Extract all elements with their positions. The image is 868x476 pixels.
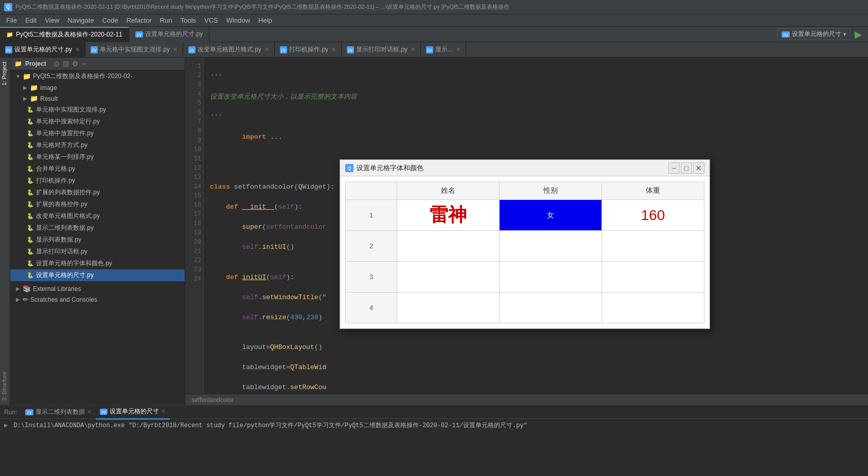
menu-run[interactable]: Run: [156, 15, 176, 25]
cell-name-1[interactable]: 雷神: [397, 200, 500, 231]
file-tab-2[interactable]: py 改变单元格图片格式.py ✕: [183, 42, 275, 57]
file-tab-close-2[interactable]: ✕: [264, 46, 269, 53]
tree-file-icon-14: 🐍: [27, 272, 34, 279]
tree-file-label-1: 单元格中搜索特定行.py: [36, 117, 100, 126]
menu-help[interactable]: Help: [254, 15, 276, 25]
structure-panel-label[interactable]: 2: Structure: [0, 368, 10, 405]
sidebar-scope-btn[interactable]: ⊙: [54, 60, 60, 68]
sidebar-title: Project: [25, 60, 46, 67]
project-tab-main[interactable]: 📁 PyQt5二维数据及表格操作-2020-02-11: [0, 27, 129, 42]
tree-file-icon-1: 🐍: [27, 118, 34, 125]
run-config-arrow-icon: ▾: [843, 31, 846, 37]
run-tab-close-1[interactable]: ✕: [161, 408, 166, 415]
row-num-3: 3: [346, 262, 397, 292]
cell-name-3[interactable]: [397, 262, 500, 292]
sidebar-close-btn[interactable]: −: [82, 60, 86, 68]
cell-weight-3[interactable]: [602, 262, 704, 292]
tree-scratches[interactable]: ▶ ✏ Scratches and Consoles: [10, 294, 185, 305]
project-panel-label[interactable]: 1: Project: [0, 58, 10, 89]
menu-vcs[interactable]: VCS: [200, 15, 222, 25]
run-tab-close-0[interactable]: ✕: [87, 409, 92, 415]
menu-window[interactable]: Window: [222, 15, 254, 25]
tree-file-8[interactable]: 🐍 扩展的表格控件.py: [10, 198, 185, 210]
dialog-close-btn[interactable]: ✕: [693, 162, 704, 174]
file-tab-3[interactable]: py 打印机操作.py ✕: [275, 42, 342, 57]
row-num-4: 4: [346, 292, 397, 323]
cell-weight-4[interactable]: [602, 292, 704, 323]
tree-file-7[interactable]: 🐍 扩展的列表数据控件.py: [10, 187, 185, 198]
tree-file-label-4: 单元格某一列排序.py: [36, 153, 94, 161]
run-button[interactable]: ▶: [853, 29, 864, 40]
tree-ext-arrow: ▶: [14, 285, 22, 292]
cell-name-4[interactable]: [397, 292, 500, 323]
tree-item-result[interactable]: ▶ 📁 Result: [10, 93, 185, 104]
table-header-weight: 体重: [602, 182, 704, 200]
menu-navigate[interactable]: Navigate: [63, 15, 98, 25]
file-tab-0[interactable]: py 设置单元格的尺寸.py ✕: [0, 42, 85, 57]
window-title: PyQt5二维数据及表格操作-2020-02-11 [D:\Byrbt2018\…: [15, 3, 509, 11]
cell-name-2[interactable]: [397, 231, 500, 262]
file-tab-close-1[interactable]: ✕: [173, 46, 178, 53]
file-tab-5[interactable]: py 显示... ✕: [421, 42, 466, 57]
tree-file-label-5: 合并单元格.py: [36, 164, 75, 173]
tree-file-13[interactable]: 🐍 设置单元格的字体和颜色.py: [10, 258, 185, 269]
sidebar-collapse-btn[interactable]: ⊟: [63, 60, 69, 68]
file-tab-close-0[interactable]: ✕: [75, 46, 80, 53]
file-tab-close-4[interactable]: ✕: [411, 46, 415, 53]
table-row-1: 1 雷神 女 160: [346, 200, 704, 231]
tree-root-label: PyQt5二维数据及表格操作-2020-02-: [33, 72, 132, 81]
tree-file-5[interactable]: 🐍 合并单元格.py: [10, 163, 185, 175]
dialog-minimize-btn[interactable]: −: [668, 162, 680, 174]
run-config-button[interactable]: py 设置单元格的尺寸 ▾: [777, 28, 851, 40]
menu-code[interactable]: Code: [98, 15, 122, 25]
menu-tools[interactable]: Tools: [176, 15, 200, 25]
tree-external-libs[interactable]: ▶ 📚 External Libraries: [10, 283, 185, 294]
tree-file-6[interactable]: 🐍 打印机操作.py: [10, 175, 185, 187]
cell-gender-3[interactable]: [500, 262, 602, 292]
tree-file-10[interactable]: 🐍 显示二维列表数据.py: [10, 222, 185, 234]
tree-file-1[interactable]: 🐍 单元格中搜索特定行.py: [10, 116, 185, 127]
run-tab-icon-0: py: [25, 409, 33, 415]
cell-gender-2[interactable]: [500, 231, 602, 262]
run-tab-0[interactable]: py 显示二维列表数据 ✕: [21, 405, 96, 419]
tree-ext-label: External Libraries: [33, 285, 81, 292]
file-tab-close-3[interactable]: ✕: [331, 46, 336, 53]
file-tab-close-5[interactable]: ✕: [456, 46, 460, 53]
tree-file-4[interactable]: 🐍 单元格某一列排序.py: [10, 151, 185, 163]
dialog-body: 姓名 性别 体重 1 雷神 女 160 2: [340, 176, 710, 328]
menu-bar: File Edit View Navigate Code Refactor Ru…: [0, 14, 868, 27]
tree-image-label: image: [40, 84, 57, 91]
dialog-maximize-btn[interactable]: □: [681, 162, 692, 174]
tree-item-image[interactable]: ▶ 📁 image: [10, 82, 185, 93]
sidebar-settings-btn[interactable]: ⚙: [72, 60, 79, 68]
menu-file[interactable]: File: [2, 15, 21, 25]
tree-file-icon-0: 🐍: [27, 106, 34, 113]
menu-refactor[interactable]: Refactor: [122, 15, 156, 25]
tree-image-folder-icon: 📁: [30, 84, 38, 91]
tree-file-14[interactable]: 🐍 设置单元格的尺寸.py: [10, 269, 185, 281]
tree-file-icon-6: 🐍: [27, 177, 34, 184]
tree-file-11[interactable]: 🐍 显示列表数据.py: [10, 234, 185, 246]
tree-file-12[interactable]: 🐍 显示打印对话框.py: [10, 246, 185, 258]
run-tab-icon-1: py: [100, 409, 108, 415]
run-tab-1[interactable]: py 设置单元格的尺寸 ✕: [96, 405, 170, 419]
tree-file-3[interactable]: 🐍 单元格对齐方式.py: [10, 139, 185, 151]
dialog-titlebar: Q 设置单元格字体和颜色 − □ ✕: [340, 160, 710, 176]
cell-weight-1[interactable]: 160: [602, 200, 704, 231]
cell-gender-1[interactable]: 女: [500, 200, 602, 231]
menu-view[interactable]: View: [41, 15, 63, 25]
cell-gender-4[interactable]: [500, 292, 602, 323]
run-tab-label-0: 显示二维列表数据: [36, 408, 85, 416]
tree-root[interactable]: ▼ 📁 PyQt5二维数据及表格操作-2020-02-: [10, 70, 185, 82]
tree-file-0[interactable]: 🐍 单元格中实现图文混排.py: [10, 104, 185, 116]
dialog-icon: Q: [345, 164, 353, 172]
tree-file-label-8: 扩展的表格控件.py: [36, 200, 87, 209]
sidebar-project-icon: 📁: [14, 60, 22, 67]
menu-edit[interactable]: Edit: [21, 15, 41, 25]
tree-file-2[interactable]: 🐍 单元格中放置控件.py: [10, 127, 185, 139]
tree-file-9[interactable]: 🐍 改变单元格图片格式.py: [10, 210, 185, 222]
file-tab-4[interactable]: py 显示打印对话框.py ✕: [342, 42, 421, 57]
file-tab-1[interactable]: py 单元格中实现图文混排.py ✕: [85, 42, 183, 57]
cell-weight-2[interactable]: [602, 231, 704, 262]
project-tab-file[interactable]: py 设置单元格的尺寸.py: [129, 27, 210, 42]
